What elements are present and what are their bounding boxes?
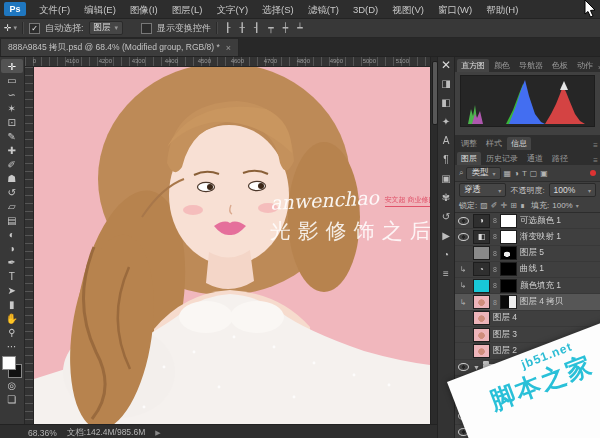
align-center-v-icon[interactable]: ┿ <box>281 23 290 33</box>
actions-icon[interactable]: ▶ <box>442 231 450 241</box>
lock-transparent-icon[interactable]: ▨ <box>480 201 488 210</box>
dodge-tool[interactable]: ◑ <box>1 241 23 255</box>
layer-mask-thumbnail[interactable] <box>500 230 517 244</box>
type-tool[interactable]: T <box>1 269 23 283</box>
eraser-tool[interactable]: ▱ <box>1 199 23 213</box>
healing-brush-tool[interactable]: ✚ <box>1 143 23 157</box>
blur-tool[interactable]: ◐ <box>1 227 23 241</box>
styles-icon[interactable]: ✦ <box>442 117 450 127</box>
tab-swatches[interactable]: 色板 <box>548 59 572 72</box>
shape-filter-icon[interactable]: ▢ <box>530 169 538 178</box>
layer-mask-thumbnail[interactable] <box>500 279 517 293</box>
align-right-icon[interactable]: ┨ <box>252 23 261 33</box>
clone-stamp-tool[interactable]: ☗ <box>1 171 23 185</box>
lock-pixels-icon[interactable]: ✐ <box>491 201 498 210</box>
close-icon[interactable]: ✕ <box>441 60 451 70</box>
lock-position-icon[interactable]: ✛ <box>501 201 508 210</box>
layer-row[interactable]: 8 图层 5 <box>455 246 600 262</box>
tool-preset-picker[interactable]: ✛ ▾ <box>4 23 17 33</box>
layer-name[interactable]: 可选颜色 1 <box>520 215 561 227</box>
canvas[interactable]: anwenchao 安文超 商业修图 光影修饰之后 <box>34 67 430 424</box>
menu-select[interactable]: 选择(S) <box>255 1 301 18</box>
layer-mask-thumbnail[interactable] <box>500 262 517 276</box>
menu-type[interactable]: 文字(Y) <box>209 1 255 18</box>
menu-filter[interactable]: 滤镜(T) <box>301 1 346 18</box>
layer-name[interactable]: 曲线 1 <box>520 263 544 275</box>
quick-mask-button[interactable]: ◎ <box>1 378 23 392</box>
zoom-tool[interactable]: ⚲ <box>1 325 23 339</box>
layer-thumbnail[interactable] <box>473 328 490 342</box>
close-icon[interactable]: × <box>226 43 231 53</box>
layer-row[interactable]: ↳ ◔ 8 曲线 1 <box>455 262 600 278</box>
tab-history[interactable]: 历史记录 <box>482 152 522 165</box>
menu-window[interactable]: 窗口(W) <box>431 1 479 18</box>
tab-adjustments[interactable]: 调整 <box>457 137 481 150</box>
filter-toggle-icon[interactable] <box>590 170 596 176</box>
visibility-eye-icon[interactable] <box>458 233 469 241</box>
align-center-h-icon[interactable]: ╂ <box>238 23 247 33</box>
scrollbar-thumb[interactable] <box>432 61 438 125</box>
hand-tool[interactable]: ✋ <box>1 311 23 325</box>
layer-name[interactable]: 图层 4 <box>493 312 517 324</box>
move-tool[interactable]: ✛ <box>1 59 23 73</box>
path-select-tool[interactable]: ➤ <box>1 283 23 297</box>
filter-type-dropdown[interactable]: 类型 ▾ <box>466 167 500 180</box>
tab-color[interactable]: 颜色 <box>490 59 514 72</box>
layer-thumbnail[interactable] <box>473 344 490 358</box>
layer-thumbnail[interactable] <box>473 246 490 260</box>
layer-mask-thumbnail[interactable] <box>500 295 517 309</box>
menu-layer[interactable]: 图层(L) <box>165 1 210 18</box>
visibility-eye-icon[interactable] <box>458 217 469 225</box>
shape-tool[interactable]: ▮ <box>1 297 23 311</box>
canvas-scrollbar[interactable] <box>430 57 437 424</box>
edit-toolbar-button[interactable]: ⋯ <box>1 339 23 353</box>
menu-file[interactable]: 文件(F) <box>32 1 77 18</box>
layer-thumbnail[interactable] <box>473 311 490 325</box>
gradient-tool[interactable]: ▤ <box>1 213 23 227</box>
show-transform-checkbox[interactable] <box>141 23 152 34</box>
tab-layers[interactable]: 图层 <box>457 152 481 165</box>
menu-help[interactable]: 帮助(H) <box>479 1 525 18</box>
notes-icon[interactable]: ≡ <box>443 269 449 279</box>
pen-tool[interactable]: ✒ <box>1 255 23 269</box>
fill-value[interactable]: 100% <box>552 201 572 210</box>
layer-name[interactable]: 颜色填充 1 <box>520 280 561 292</box>
screen-mode-button[interactable]: ❏ <box>1 392 23 406</box>
clone-source-icon[interactable]: ▣ <box>441 174 450 184</box>
layer-row[interactable]: ↳ 8 颜色填充 1 <box>455 278 600 294</box>
timeline-icon[interactable]: ◔ <box>443 250 449 260</box>
menu-edit[interactable]: 编辑(E) <box>77 1 123 18</box>
foreground-color-swatch[interactable] <box>2 356 16 370</box>
menu-image[interactable]: 图像(I) <box>123 1 165 18</box>
align-bottom-icon[interactable]: ┷ <box>295 23 304 33</box>
lasso-tool[interactable]: ∽ <box>1 87 23 101</box>
layer-name[interactable]: 图层 5 <box>520 247 544 259</box>
auto-select-dropdown[interactable]: 图层 ▾ <box>89 21 124 35</box>
paragraph-panel-icon[interactable]: ¶ <box>443 155 448 165</box>
layer-row-selected[interactable]: ↳ 8 图层 4 拷贝 <box>455 294 600 310</box>
menu-3d[interactable]: 3D(D) <box>346 1 385 18</box>
align-left-icon[interactable]: ┠ <box>223 23 232 33</box>
layer-name[interactable]: 渐变映射 1 <box>520 231 561 243</box>
layer-mask-thumbnail[interactable] <box>500 246 517 260</box>
history-panel-icon[interactable]: ↺ <box>442 212 450 222</box>
layer-mask-thumbnail[interactable] <box>500 214 517 228</box>
opacity-dropdown[interactable]: 100% ▾ <box>549 183 596 197</box>
panel-menu-icon[interactable]: ≡ <box>593 141 598 150</box>
adjustment-filter-icon[interactable]: ◑ <box>514 169 519 178</box>
tab-actions[interactable]: 动作 <box>573 59 597 72</box>
history-brush-tool[interactable]: ↺ <box>1 185 23 199</box>
character-panel-icon[interactable]: A <box>443 136 450 146</box>
status-menu-arrow-icon[interactable]: ▶ <box>155 429 160 437</box>
type-filter-icon[interactable]: T <box>522 169 527 178</box>
tab-info[interactable]: 信息 <box>507 137 531 150</box>
tab-navigator[interactable]: 导航器 <box>515 59 547 72</box>
properties-icon[interactable]: ◨ <box>441 79 450 89</box>
layer-row[interactable]: 图层 4 <box>455 311 600 327</box>
menu-view[interactable]: 视图(V) <box>385 1 431 18</box>
pixel-filter-icon[interactable]: ▦ <box>504 169 512 178</box>
align-top-icon[interactable]: ┯ <box>266 23 275 33</box>
layer-name[interactable]: 图层 4 拷贝 <box>520 296 563 308</box>
crop-tool[interactable]: ⊡ <box>1 115 23 129</box>
layer-name[interactable]: 图层 2 <box>493 345 517 357</box>
